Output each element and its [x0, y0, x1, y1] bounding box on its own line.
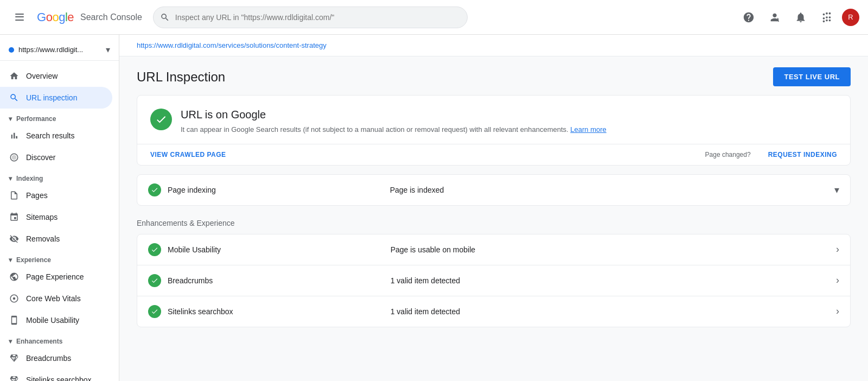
property-dot [9, 47, 14, 53]
account-search-button[interactable] [764, 7, 786, 28]
sitemap-icon [9, 212, 20, 223]
breadcrumbs-row[interactable]: Breadcrumbs 1 valid item detected › [137, 265, 850, 296]
sidebar-item-label: Removals [26, 234, 60, 243]
status-card-actions: VIEW CRAWLED PAGE Page changed? REQUEST … [137, 144, 850, 165]
section-chevron-icon: ▾ [9, 175, 12, 182]
breadcrumbs-label: Breadcrumbs [168, 276, 391, 285]
test-live-url-button[interactable]: TEST LIVE URL [773, 67, 851, 86]
mobile-usability-row[interactable]: Mobile Usability Page is usable on mobil… [137, 234, 850, 265]
sidebar-item-label: Breadcrumbs [26, 354, 71, 363]
learn-more-link[interactable]: Learn more [570, 125, 606, 134]
google-wordmark: Google [37, 10, 74, 24]
sitelinks-check-icon [148, 305, 161, 318]
sidebar-item-sitemaps[interactable]: Sitemaps [0, 206, 112, 228]
search-icon [9, 92, 20, 103]
sitelinks-searchbox-row[interactable]: Sitelinks searchbox 1 valid item detecte… [137, 296, 850, 327]
breadcrumb-url: https://www.rdldigital.com/services/solu… [137, 41, 327, 49]
section-chevron-icon: ▾ [9, 256, 12, 264]
section-label: Experience [16, 256, 51, 264]
sidebar-item-label: Page Experience [26, 272, 84, 281]
sidebar-item-label: Mobile Usability [26, 316, 79, 325]
gauge-icon [9, 293, 20, 304]
sidebar-item-sitelinks-searchbox[interactable]: Sitelinks searchbox [0, 369, 112, 381]
page-indexing-row[interactable]: Page indexing Page is indexed ▾ [137, 174, 851, 206]
mobile-usability-check-icon [148, 243, 161, 256]
diamond-icon [9, 353, 20, 364]
sidebar-item-discover[interactable]: Discover [0, 147, 112, 168]
page-header: URL Inspection TEST LIVE URL [119, 56, 868, 95]
chevron-down-icon: ▾ [834, 184, 839, 196]
sidebar-item-overview[interactable]: Overview [0, 65, 112, 87]
page-title: URL Inspection [137, 69, 225, 85]
section-chevron-icon: ▾ [9, 115, 12, 123]
phone-icon [9, 315, 20, 326]
sidebar: https://www.rdldigit... ▾ Overview URL i… [0, 35, 119, 381]
app-title: Search Console [80, 12, 142, 22]
main-content: https://www.rdldigital.com/services/solu… [119, 35, 868, 381]
eye-off-icon [9, 233, 20, 244]
enhancements-card: Mobile Usability Page is usable on mobil… [137, 234, 851, 327]
sidebar-item-label: Discover [26, 153, 55, 162]
sidebar-item-label: Sitemaps [26, 213, 58, 221]
sidebar-item-label: Search results [26, 131, 74, 140]
bar-chart-icon [9, 130, 20, 141]
sidebar-item-core-web-vitals[interactable]: Core Web Vitals [0, 288, 112, 309]
sidebar-item-label: URL inspection [26, 93, 77, 102]
app-body: https://www.rdldigit... ▾ Overview URL i… [0, 35, 868, 381]
chevron-right-icon: › [836, 275, 839, 286]
sidebar-section-performance[interactable]: ▾ Performance [0, 109, 119, 125]
help-button[interactable] [738, 7, 760, 28]
mobile-usability-label: Mobile Usability [168, 245, 391, 254]
breadcrumbs-check-icon [148, 274, 161, 287]
apps-button[interactable] [816, 7, 838, 28]
indexing-check-icon [148, 183, 161, 196]
sidebar-item-page-experience[interactable]: Page Experience [0, 266, 112, 288]
app-logo[interactable]: Google Search Console [37, 10, 142, 24]
sidebar-item-mobile-usability[interactable]: Mobile Usability [0, 309, 112, 331]
sidebar-item-search-results[interactable]: Search results [0, 125, 112, 147]
sidebar-item-breadcrumbs[interactable]: Breadcrumbs [0, 347, 112, 369]
breadcrumbs-value: 1 valid item detected [391, 276, 836, 285]
sidebar-section-experience[interactable]: ▾ Experience [0, 250, 119, 266]
status-description: It can appear in Google Search results (… [181, 124, 837, 135]
chevron-down-icon: ▾ [106, 45, 110, 55]
url-search-bar[interactable] [153, 7, 468, 28]
url-status-card: URL is on Google It can appear in Google… [137, 95, 851, 166]
status-title: URL is on Google [181, 109, 837, 121]
notifications-button[interactable] [790, 7, 812, 28]
url-breadcrumb: https://www.rdldigital.com/services/solu… [119, 35, 868, 56]
sidebar-item-label: Sitelinks searchbox [26, 376, 92, 381]
svg-point-0 [13, 297, 16, 300]
home-icon [9, 71, 20, 81]
topbar-actions: R [738, 7, 859, 28]
chevron-right-icon: › [836, 306, 839, 317]
sidebar-item-pages[interactable]: Pages [0, 185, 112, 206]
globe-icon [9, 271, 20, 282]
sidebar-item-removals[interactable]: Removals [0, 228, 112, 250]
section-label: Enhancements [16, 338, 62, 345]
request-indexing-link[interactable]: REQUEST INDEXING [768, 151, 837, 158]
sidebar-item-url-inspection[interactable]: URL inspection [0, 87, 112, 109]
indexing-value: Page is indexed [390, 186, 834, 194]
view-crawled-page-link[interactable]: VIEW CRAWLED PAGE [150, 151, 226, 158]
diamond-icon-2 [9, 374, 20, 381]
enhancements-section-label: Enhancements & Experience [137, 214, 851, 230]
sidebar-item-label: Overview [26, 72, 58, 80]
sitelinks-label: Sitelinks searchbox [168, 307, 391, 316]
hamburger-menu[interactable] [9, 7, 30, 28]
mobile-usability-value: Page is usable on mobile [391, 245, 836, 254]
status-success-icon [150, 109, 172, 130]
search-input[interactable] [153, 7, 468, 28]
sidebar-item-label: Core Web Vitals [26, 294, 81, 303]
status-card-header: URL is on Google It can appear in Google… [137, 96, 850, 144]
avatar[interactable]: R [842, 9, 859, 26]
sidebar-section-indexing[interactable]: ▾ Indexing [0, 168, 119, 185]
sitelinks-value: 1 valid item detected [391, 307, 836, 316]
property-selector[interactable]: https://www.rdldigit... ▾ [0, 39, 119, 61]
sidebar-item-label: Pages [26, 191, 48, 200]
chevron-right-icon: › [836, 244, 839, 255]
sidebar-section-enhancements[interactable]: ▾ Enhancements [0, 331, 119, 347]
status-info: URL is on Google It can appear in Google… [181, 109, 837, 135]
indexing-label: Page indexing [168, 186, 390, 194]
help-icon [743, 11, 755, 23]
